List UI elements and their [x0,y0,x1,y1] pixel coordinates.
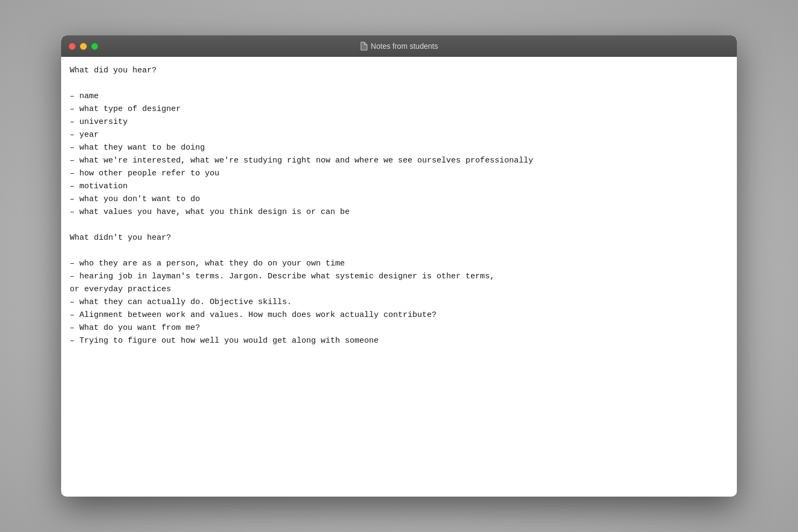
window-controls [69,43,98,50]
main-window: Notes from students What did you hear? –… [61,35,737,497]
document-icon [360,42,367,50]
titlebar: Notes from students [61,35,737,57]
window-title: Notes from students [371,42,438,50]
minimize-button[interactable] [80,43,87,50]
maximize-button[interactable] [91,43,98,50]
close-button[interactable] [69,43,76,50]
window-title-area: Notes from students [360,42,438,50]
document-content[interactable]: What did you hear? – name – what type of… [61,57,737,497]
